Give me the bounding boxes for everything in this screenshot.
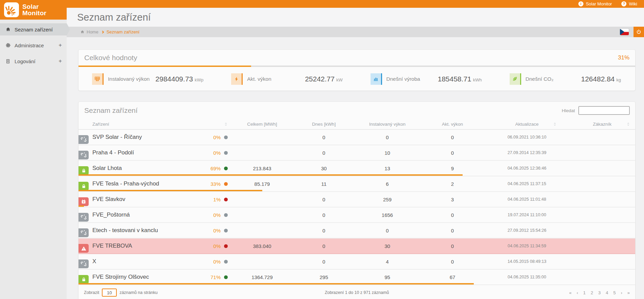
sidebar-item-seznam-za-zen[interactable]: Seznam zařízení (0, 23, 67, 35)
table-title: Seznam zařízení (84, 106, 138, 115)
status-dot (224, 151, 228, 155)
topbar-link-solar-monitor[interactable]: i Solar Monitor (578, 1, 612, 6)
link-broken-icon (79, 213, 89, 222)
question-circle-icon: ? (621, 1, 626, 6)
breadcrumb-home-link[interactable]: Home (80, 29, 98, 34)
link-broken-icon (79, 259, 89, 268)
table-row[interactable]: X 0% 0 4 0 14.05.2015 08:49:13 (79, 254, 635, 270)
lock-icon (79, 166, 89, 175)
table-row[interactable]: FVE Strojírny Olšovec 71% 1364.729 295 9… (79, 270, 635, 285)
pagination-item-prev[interactable]: ‹ (577, 290, 578, 295)
leaf-icon (510, 73, 521, 85)
breadcrumb-current[interactable]: Seznam zařízení (107, 29, 140, 34)
status-dot (224, 135, 228, 139)
solar-monitor-logo-icon (4, 2, 19, 17)
pagination-item-first[interactable]: « (569, 290, 572, 295)
app-logo[interactable]: Solar Monitor (0, 0, 67, 20)
power-icon (636, 29, 642, 35)
stat-dne-n-co: Dnešní CO₂ 126482.84 kg (496, 73, 635, 85)
availability-percent: 0% (205, 134, 221, 140)
status-dot (224, 213, 228, 217)
col-device[interactable]: Zařízení (79, 122, 205, 127)
pagination-item-last[interactable]: » (627, 290, 630, 295)
topbar-link-wiki[interactable]: ? Wiki (621, 1, 637, 6)
per-page-label: záznamů na stránku (119, 290, 158, 295)
pagination-item-page-4[interactable]: 4 (606, 290, 608, 295)
totals-title: Celkové hodnoty (84, 54, 137, 62)
col-current: Akt. výkon (420, 122, 485, 127)
lock-icon (79, 182, 89, 191)
page-size-input[interactable] (102, 289, 117, 297)
main: Celkové hodnoty 31% Instalovaný výkon 29… (67, 37, 644, 299)
sort-customer-icon[interactable] (626, 122, 630, 126)
col-today: Dnes [kWh] (293, 122, 354, 127)
table-row[interactable]: SVP Solar - Říčany 0% 0 0 0 06.09.2021 1… (79, 130, 635, 145)
device-list-panel: Seznam zařízení Hledat Zařízení Celkem [… (78, 101, 636, 299)
row-progress-bar (79, 205, 84, 207)
chevron-right-icon (101, 30, 104, 33)
status-dot (224, 182, 228, 186)
table-row[interactable]: FVE TREBOVA 0% 383.040 0 30 0 04.06.2025… (79, 239, 635, 254)
pagination-item-next[interactable]: › (621, 290, 622, 295)
solar-panel-icon (92, 73, 104, 85)
col-customer[interactable]: Zákazník (569, 122, 635, 127)
logout-button[interactable] (634, 27, 644, 37)
calendar-x-icon (79, 197, 89, 206)
table-row[interactable]: FVE Tesla - Praha-východ 33% 85.179 11 6… (79, 176, 635, 192)
table-header-row: Zařízení Celkem [MWh] Dnes [kWh] Instalo… (79, 119, 635, 130)
availability-percent: 0% (205, 259, 221, 265)
table-row[interactable]: FVE_Poštorná 0% 0 1656 0 19.07.2024 11:1… (79, 207, 635, 223)
topbar: i Solar Monitor ? Wiki (67, 0, 644, 8)
home-icon (80, 30, 85, 34)
pagination: «‹12345›» (569, 290, 630, 295)
col-total: Celkem [MWh] (231, 122, 293, 127)
warning-icon (79, 244, 89, 253)
status-dot (224, 167, 228, 170)
stat-instalovan-v-kon: Instalovaný výkon 2984409.73 kWp (79, 73, 218, 85)
row-progress-bar (79, 190, 262, 191)
status-dot (224, 275, 228, 279)
gear-icon (5, 43, 11, 48)
home-icon (5, 27, 11, 32)
sidebar: Solar Monitor Seznam zařízení Administra… (0, 0, 67, 299)
page-title: Seznam zařízení (77, 12, 151, 23)
totals-panel: Celkové hodnoty 31% Instalovaný výkon 29… (78, 49, 636, 91)
sort-device-icon[interactable] (221, 122, 231, 126)
table-footer: Zobrazit záznamů na stránku Zobrazení 1 … (79, 285, 635, 299)
col-installed: Instalovaný výkon (354, 122, 420, 127)
link-broken-icon (79, 151, 89, 159)
sidebar-item-administrace[interactable]: Administrace + (0, 39, 67, 51)
availability-percent: 71% (205, 274, 221, 280)
sort-updated-icon[interactable] (553, 122, 557, 126)
expand-plus-icon[interactable]: + (59, 42, 62, 49)
expand-plus-icon[interactable]: + (59, 58, 62, 65)
link-broken-icon (79, 228, 89, 237)
pagination-item-page-1[interactable]: 1 (583, 290, 585, 295)
sidebar-item-logov-n[interactable]: Logování + (0, 55, 67, 67)
bar-chart-icon (371, 73, 382, 85)
table-row[interactable]: Etech - testovani v kanclu 0% 0 0 0 27.0… (79, 223, 635, 239)
breadcrumb: Home Seznam zařízení (67, 27, 644, 37)
totals-progress-bar (79, 66, 635, 67)
link-broken-icon (79, 135, 89, 144)
table-row[interactable]: Praha 4 - Podolí 0% 0 10 0 27.09.2014 12… (79, 145, 635, 161)
stat-dne-n-v-roba: Dnešní výroba 185458.71 kWh (357, 73, 496, 85)
language-flag-czech[interactable] (620, 29, 629, 35)
lock-icon (79, 275, 89, 284)
row-progress-bar (79, 283, 474, 284)
availability-percent: 69% (205, 166, 221, 171)
pagination-item-page-5[interactable]: 5 (613, 290, 616, 295)
totals-percent: 31% (618, 54, 629, 61)
lightning-icon (231, 73, 243, 85)
col-updated[interactable]: Aktualizace (485, 122, 569, 127)
page-header: Seznam zařízení (67, 8, 644, 27)
content-area: Seznam zařízení Home Seznam zařízení (67, 8, 644, 299)
czech-flag-icon (620, 29, 629, 35)
app-window: Solar Monitor Seznam zařízení Administra… (0, 0, 644, 299)
status-dot (224, 244, 228, 248)
pagination-item-page-3[interactable]: 3 (598, 290, 601, 295)
search-input[interactable] (578, 106, 630, 115)
pagination-item-page-2[interactable]: 2 (591, 290, 593, 295)
table-row[interactable]: Solar Lhota 69% 213.843 30 13 9 04.06.20… (79, 161, 635, 176)
table-row[interactable]: FVE Slavkov 1% 0 259 3 04.06.2025 11:01:… (79, 192, 635, 207)
